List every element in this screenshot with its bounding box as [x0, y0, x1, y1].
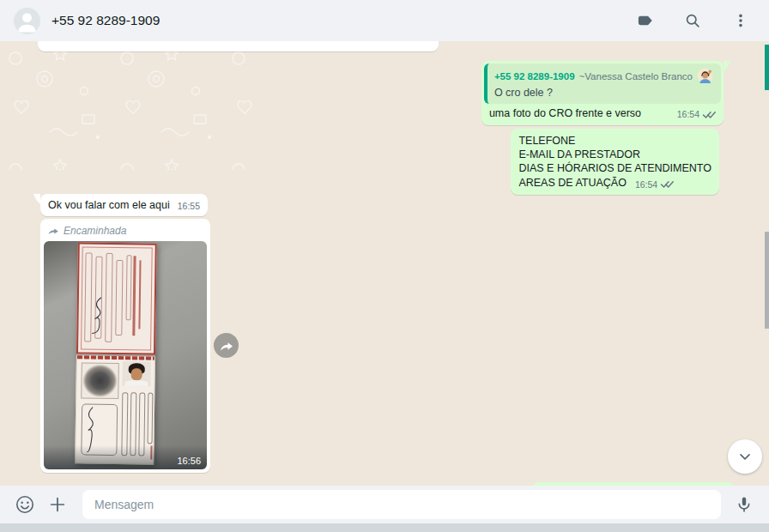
message-outgoing-quote[interactable]: +55 92 8289-1909 ~Vanessa Castelo Branco…	[481, 61, 724, 125]
message-time: 16:54	[677, 109, 699, 119]
message-input[interactable]	[82, 490, 721, 519]
fingerprint	[81, 362, 119, 399]
forward-arrow-icon	[220, 340, 233, 352]
scroll-to-bottom-button[interactable]	[728, 439, 762, 474]
search-icon	[684, 12, 701, 29]
message-text: Ok vou falar com ele aqui	[48, 199, 170, 211]
scrollbar-unread-marker	[765, 45, 769, 90]
menu-button[interactable]	[726, 6, 755, 35]
chat-wallpaper-pattern	[0, 41, 257, 170]
message-time: 16:54	[409, 41, 431, 42]
message-time: 16:54	[635, 179, 657, 190]
quote-author-alias: ~Vanessa Castelo Branco	[579, 71, 693, 82]
contact-avatar[interactable]	[14, 8, 40, 34]
voice-message-button[interactable]	[728, 488, 760, 521]
label-button[interactable]	[630, 6, 659, 35]
plus-icon	[48, 495, 67, 514]
kebab-menu-icon	[733, 13, 748, 28]
whatsapp-window: +55 92 8289-1909	[0, 0, 769, 532]
chat-scroll-area[interactable]: O cro dele ? 16:54 +55 92 8289-1909 ~Van…	[0, 41, 769, 486]
bubble-tail	[724, 61, 730, 72]
forwarded-label: Encaminhada	[64, 225, 126, 237]
message-text: O cro dele ?	[45, 41, 104, 42]
message-text: uma foto do CRO frente e verso	[489, 107, 641, 119]
search-button[interactable]	[678, 6, 707, 35]
window-bottom-strip	[0, 523, 769, 532]
document-photo	[75, 242, 157, 464]
forwarded-icon	[47, 226, 59, 236]
signature-scribble	[88, 296, 108, 336]
message-image[interactable]: 16:56	[44, 241, 207, 469]
double-check-icon	[702, 110, 716, 119]
contact-name[interactable]: +55 92 8289-1909	[51, 13, 160, 28]
message-outgoing-list[interactable]: TELEFONE E-MAIL DA PRESTADOR DIAS E HÓRA…	[511, 129, 719, 195]
chevron-down-icon	[736, 448, 754, 465]
message-composer	[0, 486, 769, 523]
forward-message-button[interactable]	[214, 333, 239, 358]
scrollbar-thumb[interactable]	[765, 232, 769, 329]
quote-author: +55 92 8289-1909	[494, 71, 575, 82]
emoji-button[interactable]	[9, 488, 41, 521]
smiley-icon	[15, 494, 35, 515]
message-time: 16:55	[178, 201, 200, 211]
message-line: AREAS DE ATUAÇÃO	[518, 176, 627, 190]
quote-text: O cro dele ?	[494, 87, 713, 99]
microphone-icon	[735, 495, 754, 514]
id-portrait	[122, 361, 150, 386]
quoted-message[interactable]: +55 92 8289-1909 ~Vanessa Castelo Branco…	[484, 63, 721, 104]
attach-button[interactable]	[41, 488, 74, 521]
message-line: E-MAIL DA PRESTADOR	[518, 148, 711, 161]
double-check-icon	[660, 179, 674, 189]
label-tag-icon	[636, 12, 654, 29]
bubble-tail	[33, 194, 40, 205]
chat-header: +55 92 8289-1909	[0, 0, 769, 41]
message-line: TELEFONE	[518, 134, 711, 148]
message-line: DIAS E HÓRARIOS DE ATENDIMENTO	[518, 161, 711, 175]
message-incoming-cut[interactable]: O cro dele ? 16:54	[38, 41, 439, 51]
header-actions	[630, 6, 755, 35]
default-person-icon	[14, 8, 40, 34]
image-time: 16:56	[177, 456, 201, 466]
message-incoming-image[interactable]: Encaminhada	[40, 219, 210, 473]
message-incoming-text[interactable]: Ok vou falar com ele aqui 16:55	[40, 194, 208, 216]
person-raising-hand-emoji	[697, 68, 713, 84]
